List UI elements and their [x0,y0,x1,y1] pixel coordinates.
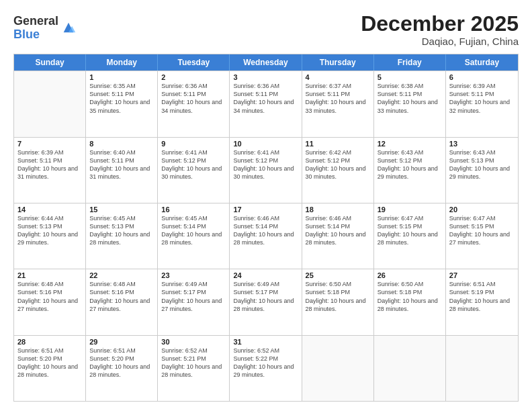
day-info: Sunrise: 6:47 AM Sunset: 5:15 PM Dayligh… [449,214,515,247]
day-info: Sunrise: 6:42 AM Sunset: 5:12 PM Dayligh… [306,148,370,181]
calendar-cell: 5Sunrise: 6:38 AM Sunset: 5:11 PM Daylig… [374,71,446,136]
day-number: 15 [89,205,154,214]
day-number: 7 [17,140,82,148]
day-info: Sunrise: 6:40 AM Sunset: 5:11 PM Dayligh… [89,148,154,181]
day-info: Sunrise: 6:43 AM Sunset: 5:12 PM Dayligh… [378,148,442,181]
calendar-cell: 16Sunrise: 6:45 AM Sunset: 5:14 PM Dayli… [158,203,230,269]
day-info: Sunrise: 6:39 AM Sunset: 5:11 PM Dayligh… [17,148,82,181]
header-day-saturday: Saturday [446,54,518,71]
calendar-cell: 1Sunrise: 6:35 AM Sunset: 5:11 PM Daylig… [86,71,158,136]
day-info: Sunrise: 6:49 AM Sunset: 5:17 PM Dayligh… [233,280,298,313]
calendar-cell: 27Sunrise: 6:51 AM Sunset: 5:19 PM Dayli… [446,269,518,334]
day-info: Sunrise: 6:49 AM Sunset: 5:17 PM Dayligh… [161,280,226,313]
calendar-cell: 30Sunrise: 6:52 AM Sunset: 5:21 PM Dayli… [158,336,230,401]
day-info: Sunrise: 6:51 AM Sunset: 5:19 PM Dayligh… [449,280,515,313]
calendar-cell: 14Sunrise: 6:44 AM Sunset: 5:13 PM Dayli… [14,203,86,269]
calendar-cell: 2Sunrise: 6:36 AM Sunset: 5:11 PM Daylig… [158,71,230,136]
calendar-cell: 19Sunrise: 6:47 AM Sunset: 5:15 PM Dayli… [374,203,446,269]
day-info: Sunrise: 6:50 AM Sunset: 5:18 PM Dayligh… [378,280,442,313]
day-number: 16 [161,205,226,214]
day-number: 4 [306,73,370,81]
day-info: Sunrise: 6:46 AM Sunset: 5:14 PM Dayligh… [306,214,370,247]
calendar-cell: 26Sunrise: 6:50 AM Sunset: 5:18 PM Dayli… [374,269,446,334]
calendar-cell: 23Sunrise: 6:49 AM Sunset: 5:17 PM Dayli… [158,269,230,334]
day-info: Sunrise: 6:36 AM Sunset: 5:11 PM Dayligh… [233,82,298,115]
day-number: 23 [161,271,226,279]
calendar-row: 28Sunrise: 6:51 AM Sunset: 5:20 PM Dayli… [14,335,518,401]
calendar-row: 1Sunrise: 6:35 AM Sunset: 5:11 PM Daylig… [14,71,518,136]
day-number: 31 [233,338,298,346]
day-info: Sunrise: 6:52 AM Sunset: 5:22 PM Dayligh… [233,347,298,379]
calendar-cell: 11Sunrise: 6:42 AM Sunset: 5:12 PM Dayli… [302,138,374,203]
day-info: Sunrise: 6:47 AM Sunset: 5:15 PM Dayligh… [378,214,442,247]
calendar-cell: 20Sunrise: 6:47 AM Sunset: 5:15 PM Dayli… [446,203,518,269]
day-number: 10 [233,140,298,148]
header-day-friday: Friday [374,54,446,71]
day-info: Sunrise: 6:43 AM Sunset: 5:13 PM Dayligh… [449,148,515,181]
calendar-cell: 25Sunrise: 6:50 AM Sunset: 5:18 PM Dayli… [302,269,374,334]
calendar-page: General Blue December 2025 Daqiao, Fujia… [0,0,532,411]
calendar-cell: 4Sunrise: 6:37 AM Sunset: 5:11 PM Daylig… [302,71,374,136]
day-info: Sunrise: 6:50 AM Sunset: 5:18 PM Dayligh… [306,280,370,313]
day-number: 8 [89,140,154,148]
calendar: SundayMondayTuesdayWednesdayThursdayFrid… [13,54,519,402]
calendar-cell [14,71,86,136]
calendar-cell [374,336,446,401]
day-info: Sunrise: 6:45 AM Sunset: 5:14 PM Dayligh… [161,214,226,247]
day-info: Sunrise: 6:37 AM Sunset: 5:11 PM Dayligh… [306,82,370,115]
day-number: 3 [233,73,298,81]
header-day-monday: Monday [86,54,158,71]
calendar-cell: 22Sunrise: 6:48 AM Sunset: 5:16 PM Dayli… [86,269,158,334]
day-number: 6 [449,73,515,81]
day-number: 9 [161,140,226,148]
day-number: 1 [89,73,154,81]
month-title: December 2025 [361,12,519,36]
day-info: Sunrise: 6:51 AM Sunset: 5:20 PM Dayligh… [89,347,154,379]
calendar-body: 1Sunrise: 6:35 AM Sunset: 5:11 PM Daylig… [14,71,518,401]
calendar-cell: 6Sunrise: 6:39 AM Sunset: 5:11 PM Daylig… [446,71,518,136]
day-info: Sunrise: 6:35 AM Sunset: 5:11 PM Dayligh… [89,82,154,115]
day-info: Sunrise: 6:46 AM Sunset: 5:14 PM Dayligh… [233,214,298,247]
day-info: Sunrise: 6:48 AM Sunset: 5:16 PM Dayligh… [17,280,82,313]
logo-general: General [13,15,58,28]
calendar-cell: 17Sunrise: 6:46 AM Sunset: 5:14 PM Dayli… [230,203,302,269]
day-number: 29 [89,338,154,346]
day-info: Sunrise: 6:36 AM Sunset: 5:11 PM Dayligh… [161,82,226,115]
day-number: 25 [306,271,370,279]
day-info: Sunrise: 6:41 AM Sunset: 5:12 PM Dayligh… [161,148,226,181]
logo: General Blue [13,15,76,42]
calendar-cell: 29Sunrise: 6:51 AM Sunset: 5:20 PM Dayli… [86,336,158,401]
calendar-cell: 28Sunrise: 6:51 AM Sunset: 5:20 PM Dayli… [14,336,86,401]
header-day-sunday: Sunday [14,54,86,71]
day-number: 27 [449,271,515,279]
calendar-cell: 9Sunrise: 6:41 AM Sunset: 5:12 PM Daylig… [158,138,230,203]
day-number: 19 [378,205,442,214]
day-number: 2 [161,73,226,81]
day-info: Sunrise: 6:52 AM Sunset: 5:21 PM Dayligh… [161,347,226,379]
calendar-cell: 7Sunrise: 6:39 AM Sunset: 5:11 PM Daylig… [14,138,86,203]
logo-icon [61,20,76,35]
day-info: Sunrise: 6:44 AM Sunset: 5:13 PM Dayligh… [17,214,82,247]
calendar-cell: 10Sunrise: 6:41 AM Sunset: 5:12 PM Dayli… [230,138,302,203]
calendar-row: 21Sunrise: 6:48 AM Sunset: 5:16 PM Dayli… [14,269,518,334]
day-number: 20 [449,205,515,214]
calendar-header: SundayMondayTuesdayWednesdayThursdayFrid… [14,54,518,71]
header-day-wednesday: Wednesday [230,54,302,71]
calendar-cell: 18Sunrise: 6:46 AM Sunset: 5:14 PM Dayli… [302,203,374,269]
day-number: 11 [306,140,370,148]
day-number: 12 [378,140,442,148]
day-info: Sunrise: 6:51 AM Sunset: 5:20 PM Dayligh… [17,347,82,379]
day-number: 14 [17,205,82,214]
day-number: 5 [378,73,442,81]
calendar-cell: 21Sunrise: 6:48 AM Sunset: 5:16 PM Dayli… [14,269,86,334]
calendar-cell: 12Sunrise: 6:43 AM Sunset: 5:12 PM Dayli… [374,138,446,203]
day-info: Sunrise: 6:48 AM Sunset: 5:16 PM Dayligh… [89,280,154,313]
day-number: 24 [233,271,298,279]
day-info: Sunrise: 6:45 AM Sunset: 5:13 PM Dayligh… [89,214,154,247]
day-number: 18 [306,205,370,214]
header-day-thursday: Thursday [302,54,374,71]
day-info: Sunrise: 6:38 AM Sunset: 5:11 PM Dayligh… [378,82,442,115]
day-number: 26 [378,271,442,279]
day-info: Sunrise: 6:39 AM Sunset: 5:11 PM Dayligh… [449,82,515,115]
header-day-tuesday: Tuesday [158,54,230,71]
